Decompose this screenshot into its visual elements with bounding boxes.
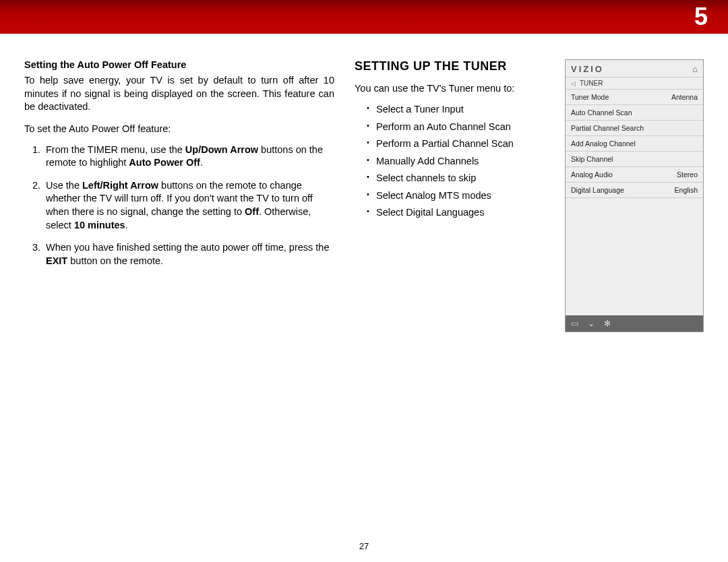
- menu-row-digital-language: Digital Language English: [566, 183, 703, 198]
- list-item: Select channels to skip: [367, 172, 553, 185]
- gear-icon: ✻: [604, 319, 611, 328]
- list-item: Select Analog MTS modes: [367, 189, 553, 203]
- step-1: From the TIMER menu, use the Up/Down Arr…: [43, 144, 334, 170]
- brand-label: VIZIO: [571, 64, 604, 74]
- menu-row-analog-audio: Analog Audio Stereo: [566, 167, 703, 183]
- breadcrumb-label: TUNER: [580, 80, 603, 87]
- tuner-intro: You can use the TV's Tuner menu to:: [355, 83, 553, 94]
- list-item: Manually Add Channels: [367, 155, 553, 168]
- step-2: Use the Left/Right Arrow buttons on the …: [43, 179, 334, 232]
- tuner-menu-panel: VIZIO ⌂ ◁ TUNER Tuner Mode Antenna Auto …: [565, 59, 704, 562]
- page-number: 27: [0, 541, 728, 551]
- chevron-down-icon: ⌄: [588, 319, 595, 328]
- home-icon: ⌂: [692, 64, 698, 74]
- list-item: Select Digital Languages: [367, 206, 553, 220]
- wide-icon: ▭: [571, 319, 578, 328]
- step-3: When you have finished setting the auto …: [43, 241, 334, 268]
- chapter-band: 5: [0, 0, 728, 34]
- list-item: Perform an Auto Channel Scan: [367, 121, 553, 134]
- panel-breadcrumb: ◁ TUNER: [566, 77, 703, 90]
- tuner-section-title: SETTING UP THE TUNER: [355, 59, 553, 73]
- back-triangle-icon: ◁: [571, 80, 576, 87]
- menu-row-partial-search: Partial Channel Search: [566, 121, 703, 136]
- right-column-text: SETTING UP THE TUNER You can use the TV'…: [355, 59, 565, 562]
- panel-empty-area: [566, 198, 703, 315]
- steps-list: From the TIMER menu, use the Up/Down Arr…: [24, 144, 334, 268]
- left-column: Setting the Auto Power Off Feature To he…: [24, 59, 355, 562]
- list-item: Perform a Partial Channel Scan: [367, 137, 553, 151]
- panel-footer: ▭ ⌄ ✻: [566, 315, 703, 332]
- list-item: Select a Tuner Input: [367, 103, 553, 117]
- tuner-bullet-list: Select a Tuner Input Perform an Auto Cha…: [355, 103, 553, 220]
- menu-row-add-analog: Add Analog Channel: [566, 136, 703, 152]
- panel-header: VIZIO ⌂: [566, 60, 703, 77]
- menu-row-skip-channel: Skip Channel: [566, 152, 703, 167]
- chapter-number: 5: [694, 3, 708, 31]
- auto-power-off-intro: To help save energy, your TV is set by d…: [24, 74, 334, 114]
- auto-power-off-heading: Setting the Auto Power Off Feature: [24, 59, 334, 70]
- auto-power-off-leadin: To set the Auto Power Off feature:: [24, 123, 334, 134]
- menu-row-auto-scan: Auto Channel Scan: [566, 105, 703, 121]
- menu-row-tuner-mode: Tuner Mode Antenna: [566, 90, 703, 105]
